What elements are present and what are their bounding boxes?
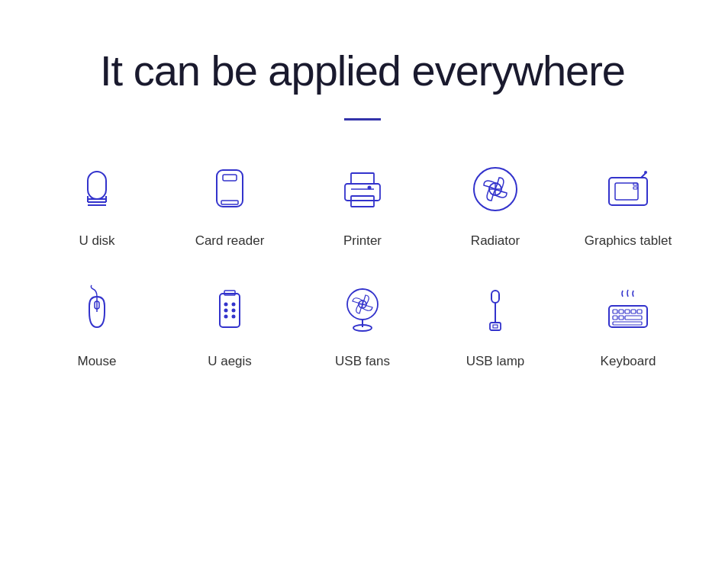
svg-rect-0 xyxy=(88,172,106,199)
list-item: Radiator xyxy=(429,159,562,249)
svg-rect-21 xyxy=(633,187,637,189)
svg-point-26 xyxy=(224,303,228,307)
list-item: Card reader xyxy=(163,159,296,249)
keyboard-icon xyxy=(598,279,659,340)
usb-lamp-icon xyxy=(465,279,526,340)
svg-point-28 xyxy=(224,309,228,313)
page-container: It can be applied everywhere U disk xyxy=(0,0,725,415)
svg-rect-8 xyxy=(223,175,237,181)
svg-rect-11 xyxy=(351,196,374,207)
svg-rect-46 xyxy=(613,316,617,320)
printer-icon xyxy=(332,159,393,220)
svg-point-30 xyxy=(224,315,228,319)
u-disk-label: U disk xyxy=(79,233,114,249)
list-item: U aegis xyxy=(163,279,296,369)
printer-label: Printer xyxy=(343,233,382,249)
title-divider xyxy=(344,118,381,120)
graphics-tablet-icon xyxy=(598,159,659,220)
svg-rect-44 xyxy=(631,310,636,313)
card-reader-label: Card reader xyxy=(195,233,265,249)
svg-rect-41 xyxy=(613,310,617,313)
u-aegis-label: U aegis xyxy=(208,354,252,369)
svg-point-29 xyxy=(232,309,236,313)
svg-rect-47 xyxy=(619,316,624,320)
svg-point-27 xyxy=(232,303,236,307)
list-item: Printer xyxy=(296,159,429,249)
svg-point-31 xyxy=(232,315,236,319)
page-title: It can be applied everywhere xyxy=(100,46,625,95)
mouse-label: Mouse xyxy=(77,354,116,369)
list-item: USB fans xyxy=(296,279,429,369)
u-aegis-icon xyxy=(199,279,260,340)
radiator-label: Radiator xyxy=(471,233,520,249)
svg-rect-6 xyxy=(217,170,243,207)
usb-fans-label: USB fans xyxy=(335,354,390,369)
card-reader-icon xyxy=(199,159,260,220)
list-item: Keyboard xyxy=(562,279,694,369)
svg-rect-42 xyxy=(619,310,624,313)
svg-rect-24 xyxy=(220,294,240,327)
svg-rect-45 xyxy=(637,310,642,313)
list-item: USB lamp xyxy=(429,279,562,369)
svg-rect-20 xyxy=(633,183,637,185)
svg-rect-39 xyxy=(493,325,498,328)
usb-lamp-label: USB lamp xyxy=(466,354,525,369)
svg-rect-48 xyxy=(625,316,642,320)
list-item: Mouse xyxy=(31,279,163,369)
svg-point-13 xyxy=(368,186,372,190)
svg-rect-49 xyxy=(613,322,642,325)
items-grid: U disk Card reader xyxy=(31,159,694,369)
svg-rect-43 xyxy=(625,310,630,313)
list-item: Graphics tablet xyxy=(562,159,694,249)
svg-rect-38 xyxy=(490,323,501,330)
keyboard-label: Keyboard xyxy=(601,354,656,369)
u-disk-icon xyxy=(66,159,127,220)
svg-rect-7 xyxy=(221,201,238,204)
svg-rect-36 xyxy=(491,291,499,303)
radiator-icon xyxy=(465,159,526,220)
usb-fans-icon xyxy=(332,279,393,340)
svg-rect-9 xyxy=(351,173,374,184)
svg-point-19 xyxy=(644,171,647,174)
list-item: U disk xyxy=(31,159,163,249)
mouse-icon xyxy=(66,279,127,340)
graphics-tablet-label: Graphics tablet xyxy=(585,233,672,249)
svg-rect-10 xyxy=(345,184,380,201)
